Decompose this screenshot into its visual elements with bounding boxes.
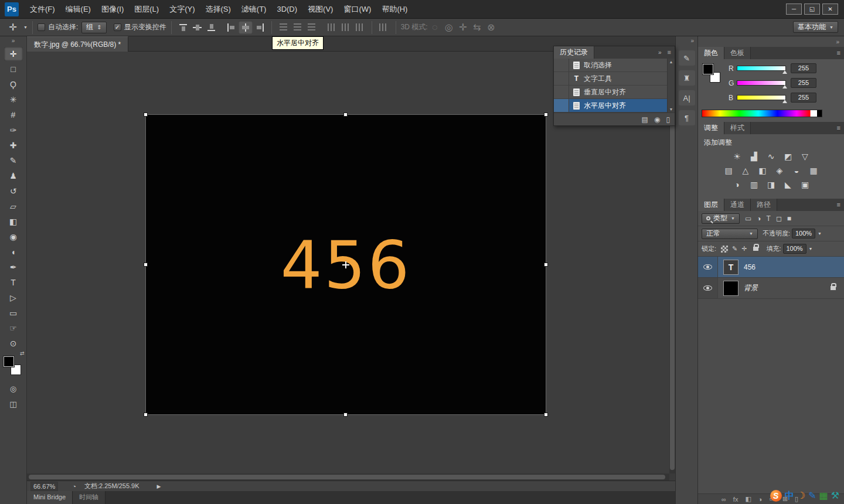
blend-mode-dropdown[interactable]: 正常 ▼ [702,229,758,239]
blue-value-field[interactable]: 255 [791,93,816,103]
menu-3d[interactable]: 3D(D) [271,0,302,18]
foreground-color-swatch[interactable] [703,64,713,74]
tab-timeline[interactable]: 时间轴 [73,491,106,504]
quick-selection-tool[interactable]: ✳ [4,93,23,107]
transform-handle[interactable] [544,263,548,267]
adj-exposure-icon[interactable]: ◩ [781,150,795,163]
transform-handle[interactable] [343,413,348,417]
fill-field[interactable]: 100% [783,244,806,254]
align-left-edges-button[interactable] [224,21,239,34]
opacity-field[interactable]: 100% [792,229,815,239]
red-value-field[interactable]: 255 [791,63,816,73]
clone-source-panel-button[interactable]: ♜ [679,70,695,86]
layer-thumbnail[interactable] [723,281,738,296]
layer-name[interactable]: 456 [744,263,755,271]
horizontal-scrollbar[interactable] [27,474,669,481]
history-brush-source-cell[interactable] [554,59,569,71]
clone-stamp-tool[interactable]: ♟ [4,169,23,183]
lock-all-icon[interactable] [753,247,758,251]
distribute-bottom-edges-button[interactable] [305,21,319,34]
menu-type[interactable]: 文字(Y) [164,0,200,18]
history-brush-source-cell[interactable] [554,99,569,112]
distribute-right-edges-button[interactable] [353,21,367,34]
foreground-color-swatch[interactable] [4,356,14,367]
menu-filter[interactable]: 滤镜(T) [236,0,272,18]
menu-edit[interactable]: 编辑(E) [60,0,96,18]
panel-menu-icon[interactable]: ≡ [664,46,675,59]
green-slider[interactable] [737,80,786,86]
lasso-tool[interactable]: Ϙ [4,77,23,91]
rect-marquee-tool[interactable]: □ [4,62,23,76]
transform-handle[interactable] [144,113,148,117]
swap-colors-icon[interactable]: ⇄ [20,350,25,356]
lock-transparency-icon[interactable] [721,246,728,253]
close-button[interactable]: ✕ [822,4,838,15]
character-panel-button[interactable]: A| [679,90,695,105]
history-brush-source-cell[interactable] [554,72,569,85]
document-tab[interactable]: 数字.jpg @ 66.7%(RGB/8) * [27,36,128,52]
align-bottom-edges-button[interactable] [205,21,219,34]
type-tool[interactable]: T [4,275,23,290]
menu-image[interactable]: 图像(I) [96,0,129,18]
lock-pixels-icon[interactable]: ✎ [732,245,737,253]
ink-pen-icon[interactable]: ✎ [808,489,816,503]
paragraph-panel-button[interactable]: ¶ [679,110,695,125]
path-selection-tool[interactable]: ▷ [4,291,23,305]
tab-styles[interactable]: 样式 [724,122,751,134]
new-snapshot-button[interactable]: ◉ [654,115,660,124]
sogou-logo-icon[interactable]: S [770,490,782,502]
adj-gradient-map-icon[interactable]: ◣ [781,178,795,191]
workspace-switcher-button[interactable]: 基本功能 ▼ [793,21,838,33]
eyedropper-tool[interactable]: ✑ [4,123,23,137]
show-transform-checkbox[interactable]: ✓ [114,23,121,31]
spot-healing-tool[interactable]: ✚ [4,138,23,152]
move-tool[interactable]: ✛ [4,47,23,61]
zoom-level-field[interactable]: 66.67% [30,482,58,491]
menu-select[interactable]: 选择(S) [200,0,236,18]
filter-adjustment-layers-icon[interactable]: ◑ [757,214,761,223]
menu-layer[interactable]: 图层(L) [129,0,164,18]
3d-slide-icon[interactable]: ⇆ [470,21,484,34]
align-horizontal-centers-button[interactable] [239,21,253,34]
history-state-row[interactable]: 垂直居中对齐 [554,86,667,99]
brush-tool[interactable]: ✎ [4,154,23,168]
3d-rotate-icon[interactable]: ◌ [428,21,442,34]
adj-channel-mixer-icon[interactable]: ◒ [789,164,804,177]
adjustment-layer-icon[interactable]: ◑ [758,496,763,503]
adj-threshold-icon[interactable]: ◨ [764,178,778,191]
caret-down-icon[interactable]: ▼ [809,247,813,251]
panel-menu-icon[interactable]: ≡ [833,199,844,211]
transform-handle[interactable] [144,263,148,267]
layer-row-background[interactable]: 背景 [698,278,844,299]
delete-state-button[interactable]: ▯ [666,115,670,124]
slider-thumb-icon[interactable] [782,85,787,88]
transform-handle[interactable] [343,113,348,117]
tab-swatches[interactable]: 色板 [724,47,751,59]
green-value-field[interactable]: 255 [791,78,816,88]
status-options-icon[interactable]: ▶ [157,483,161,489]
adj-posterize-icon[interactable]: ▥ [747,178,761,191]
layer-name[interactable]: 背景 [744,283,758,293]
tab-channels[interactable]: 通道 [724,199,751,211]
minimize-button[interactable]: ─ [786,4,802,15]
lock-position-icon[interactable]: ✛ [741,245,747,253]
toolbar-collapse-icon[interactable]: » [0,36,26,46]
adj-levels-icon[interactable]: ▟ [747,150,761,163]
transform-handle[interactable] [544,113,548,117]
collapse-dock-icon[interactable]: » [836,39,839,45]
transform-handle[interactable] [144,413,148,417]
menu-file[interactable]: 文件(F) [25,0,60,18]
scroll-down-icon[interactable]: ▼ [669,107,673,111]
align-vertical-centers-button[interactable] [190,21,205,34]
adj-color-lookup-icon[interactable]: ▦ [806,164,821,177]
eraser-tool[interactable]: ▱ [4,199,23,213]
gradient-tool[interactable]: ◧ [4,214,23,229]
tab-paths[interactable]: 路径 [751,199,777,211]
document-canvas[interactable]: 456 [146,115,546,414]
3d-roll-icon[interactable]: ◎ [442,21,456,34]
tab-adjustments[interactable]: 调整 [698,122,724,134]
filter-smart-objects-icon[interactable]: ■ [787,214,791,223]
tab-history[interactable]: 历史记录 [554,46,594,59]
menu-help[interactable]: 帮助(H) [376,0,413,18]
history-brush-tool[interactable]: ↺ [4,184,23,198]
